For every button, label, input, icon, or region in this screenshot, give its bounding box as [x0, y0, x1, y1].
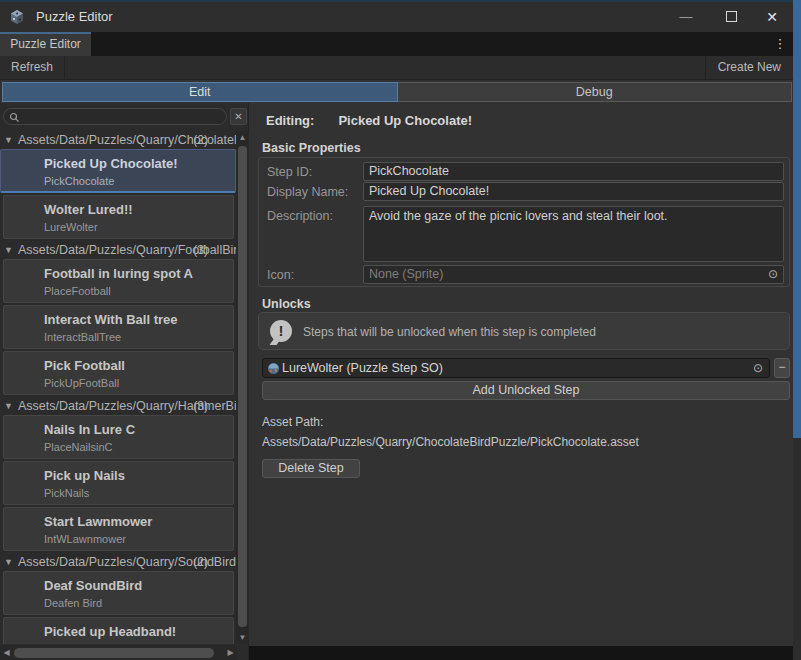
description-label: Description:	[267, 209, 333, 223]
description-input[interactable]: Avoid the gaze of the picnic lovers and …	[363, 206, 784, 262]
object-picker-icon[interactable]: ⊙	[753, 359, 763, 377]
delete-step-button[interactable]: Delete Step	[262, 459, 360, 478]
scroll-down-icon[interactable]: ▼	[236, 631, 249, 644]
step-id-text: PickNails	[44, 487, 233, 499]
step-list-panel: ✕ ▼Assets/Data/Puzzles/Quarry/Chocolatel…	[0, 103, 249, 660]
step-title: Football in luring spot A	[44, 266, 233, 281]
search-clear-button[interactable]: ✕	[230, 108, 247, 125]
step-id-text: PlaceNailsinC	[44, 441, 233, 453]
minimize-button[interactable]: —	[664, 2, 708, 32]
unlocked-step-name: LureWolter (Puzzle Step SO)	[282, 359, 443, 377]
step-list-item[interactable]: Interact With Ball treeInteractBallTree	[3, 305, 234, 349]
step-list-item[interactable]: Deaf SoundBirdDeafen Bird	[3, 571, 234, 615]
step-title: Wolter Lured!!	[44, 202, 233, 217]
icon-object-value: None (Sprite)	[369, 267, 443, 281]
app-cube-icon	[9, 9, 25, 25]
step-id-input[interactable]: PickChocolate	[363, 162, 784, 181]
icon-object-field[interactable]: None (Sprite) ⊙	[363, 265, 784, 284]
maximize-icon	[726, 11, 737, 22]
puzzle-editor-window: Puzzle Editor — ✕ Puzzle Editor ⋮ Refres…	[0, 2, 793, 660]
add-unlocked-step-button[interactable]: Add Unlocked Step	[262, 381, 790, 400]
maximize-button[interactable]	[709, 2, 753, 32]
display-name-input[interactable]: Picked Up Chocolate!	[363, 182, 784, 201]
display-name-label: Display Name:	[267, 185, 348, 199]
unlocks-help-box: ! Steps that will be unlocked when this …	[258, 312, 790, 350]
step-list-item[interactable]: Nails In Lure CPlaceNailsinC	[3, 415, 234, 459]
desktop-edge-bottom	[249, 646, 793, 660]
toolbar: Refresh Create New	[0, 56, 793, 80]
step-title: Pick up Nails	[44, 468, 233, 483]
step-list-item[interactable]: Pick up NailsPickNails	[3, 461, 234, 505]
refresh-button[interactable]: Refresh	[0, 56, 65, 80]
horizontal-scrollbar-thumb[interactable]	[14, 648, 214, 658]
step-title: Start Lawnmower	[44, 514, 233, 529]
basic-properties-box: Step ID: PickChocolate Display Name: Pic…	[258, 157, 790, 287]
tab-label: Puzzle Editor	[0, 32, 91, 56]
step-editor-panel: Editing:Picked Up Chocolate! Basic Prope…	[249, 103, 793, 648]
unlocks-title: Unlocks	[262, 297, 311, 311]
group-count: (2)	[193, 555, 208, 569]
horizontal-scrollbar: ◀ ▶	[0, 645, 237, 660]
step-list-item[interactable]: Football in luring spot APlaceFootball	[3, 259, 234, 303]
info-icon: !	[270, 320, 292, 342]
foldout-arrow-icon: ▼	[4, 135, 13, 145]
tab-edit[interactable]: Edit	[2, 82, 398, 102]
step-list-item[interactable]: Picked up Headband!	[3, 617, 234, 644]
tab-debug[interactable]: Debug	[398, 82, 793, 102]
scroll-up-icon[interactable]: ▲	[236, 131, 249, 144]
editing-step-name: Picked Up Chocolate!	[338, 113, 472, 128]
group-header[interactable]: ▼Assets/Data/Puzzles/Quarry/SoundBird(2)	[0, 553, 236, 571]
group-header[interactable]: ▼Assets/Data/Puzzles/Quarry/FootballBir(…	[0, 241, 236, 259]
step-id-text: IntWLawnmower	[44, 533, 233, 545]
step-title: Pick Football	[44, 358, 233, 373]
create-new-button[interactable]: Create New	[705, 56, 793, 80]
object-picker-icon[interactable]: ⊙	[768, 266, 778, 283]
editing-label: Editing:	[266, 113, 314, 128]
foldout-arrow-icon: ▼	[4, 557, 13, 567]
editing-header: Editing:Picked Up Chocolate!	[266, 113, 472, 128]
group-count: (3)	[193, 243, 208, 257]
desktop-edge-right	[793, 0, 801, 438]
group-header[interactable]: ▼Assets/Data/Puzzles/Quarry/HammerBi(3)	[0, 397, 236, 415]
basic-properties-title: Basic Properties	[262, 141, 361, 155]
unlocked-step-object-field[interactable]: LureWolter (Puzzle Step SO) ⊙	[262, 358, 770, 378]
step-title: Deaf SoundBird	[44, 578, 233, 593]
desktop: Puzzle Editor — ✕ Puzzle Editor ⋮ Refres…	[0, 0, 801, 660]
vertical-scrollbar-thumb[interactable]	[238, 146, 247, 627]
step-id-label: Step ID:	[267, 165, 312, 179]
step-title: Interact With Ball tree	[44, 312, 233, 327]
asset-path-value: Assets/Data/Puzzles/Quarry/ChocolateBird…	[262, 435, 639, 449]
step-id-text: PickChocolate	[44, 175, 235, 187]
remove-unlocked-step-button[interactable]: −	[774, 358, 790, 378]
scroll-right-icon[interactable]: ▶	[224, 645, 237, 660]
foldout-arrow-icon: ▼	[4, 245, 13, 255]
scroll-left-icon[interactable]: ◀	[0, 645, 13, 660]
group-header[interactable]: ▼Assets/Data/Puzzles/Quarry/Chocolatel(2…	[0, 131, 236, 149]
vertical-scrollbar: ▲ ▼	[236, 131, 249, 644]
document-tab-bar: Puzzle Editor ⋮	[0, 32, 793, 56]
search-input[interactable]	[22, 109, 222, 124]
foldout-arrow-icon: ▼	[4, 401, 13, 411]
step-list-item[interactable]: Pick FootballPickUpFootBall	[3, 351, 234, 395]
step-title: Nails In Lure C	[44, 422, 233, 437]
window-title: Puzzle Editor	[36, 2, 113, 32]
group-count: (2)	[193, 133, 208, 147]
step-id-text: PickUpFootBall	[44, 377, 233, 389]
step-list-item[interactable]: Wolter Lured!!LureWolter	[3, 195, 234, 239]
tab-puzzle-editor[interactable]: Puzzle Editor	[0, 32, 91, 56]
step-list-item[interactable]: Picked Up Chocolate!PickChocolate	[0, 149, 236, 193]
step-id-text: Deafen Bird	[44, 597, 233, 609]
kebab-menu-icon[interactable]: ⋮	[771, 32, 789, 56]
unlocks-help-text: Steps that will be unlocked when this st…	[303, 313, 596, 351]
search-icon	[9, 112, 20, 123]
scriptable-object-icon	[267, 362, 280, 375]
group-count: (3)	[193, 399, 208, 413]
search-box[interactable]	[3, 108, 227, 125]
step-list-item[interactable]: Start LawnmowerIntWLawnmower	[3, 507, 234, 551]
step-title: Picked Up Chocolate!	[44, 156, 235, 171]
step-id-text: InteractBallTree	[44, 331, 233, 343]
step-title: Picked up Headband!	[44, 624, 233, 639]
desktop-edge-right-lower	[793, 438, 801, 660]
icon-label: Icon:	[267, 268, 294, 282]
close-button[interactable]: ✕	[751, 2, 793, 32]
